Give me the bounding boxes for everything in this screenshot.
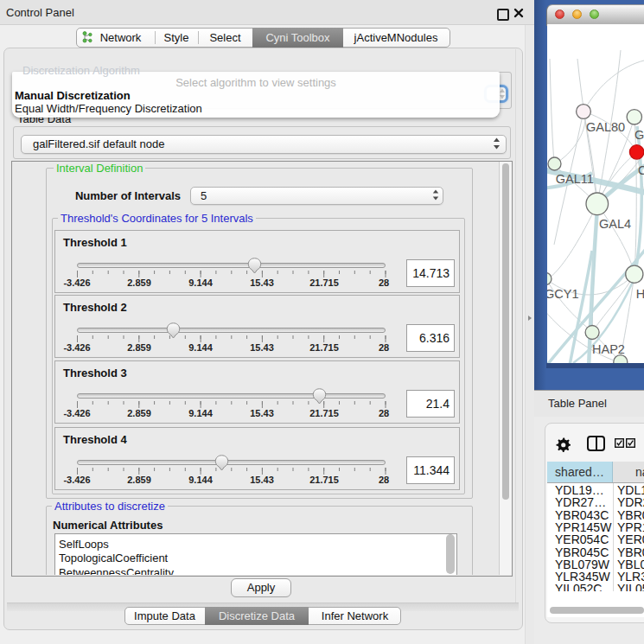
svg-text:CO: CO (638, 163, 644, 177)
svg-text:GAL80: GAL80 (586, 120, 625, 134)
svg-text:H: H (636, 287, 644, 301)
svg-text:GAL4: GAL4 (599, 217, 631, 231)
svg-text:GCY1: GCY1 (547, 287, 579, 301)
svg-text:GAL11: GAL11 (556, 172, 594, 186)
svg-text:GA: GA (634, 128, 644, 142)
svg-text:HAP2: HAP2 (592, 342, 625, 356)
